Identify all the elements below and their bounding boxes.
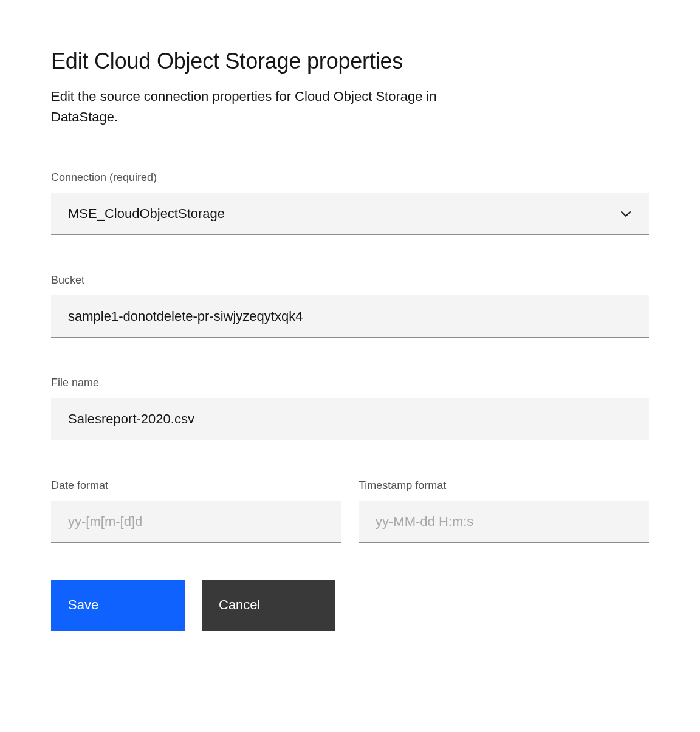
bucket-label: Bucket — [51, 274, 649, 287]
chevron-down-icon — [620, 208, 632, 220]
dateformat-field-wrapper: Date format — [51, 479, 341, 543]
connection-label: Connection (required) — [51, 171, 649, 184]
page-subtitle: Edit the source connection properties fo… — [51, 86, 489, 128]
connection-select[interactable]: MSE_CloudObjectStorage — [51, 193, 649, 235]
filename-field-wrapper: File name — [51, 377, 649, 440]
page-title: Edit Cloud Object Storage properties — [51, 49, 649, 74]
bucket-field-wrapper: Bucket — [51, 274, 649, 338]
dateformat-label: Date format — [51, 479, 341, 492]
timestampformat-field-wrapper: Timestamp format — [359, 479, 649, 543]
button-row: Save Cancel — [51, 580, 649, 631]
dateformat-input[interactable] — [51, 501, 341, 543]
connection-value: MSE_CloudObjectStorage — [68, 206, 225, 222]
filename-input[interactable] — [51, 398, 649, 440]
cancel-button[interactable]: Cancel — [202, 580, 335, 631]
save-button[interactable]: Save — [51, 580, 185, 631]
bucket-input[interactable] — [51, 295, 649, 338]
filename-label: File name — [51, 377, 649, 389]
connection-field-wrapper: Connection (required) MSE_CloudObjectSto… — [51, 171, 649, 235]
timestampformat-input[interactable] — [359, 501, 649, 543]
timestampformat-label: Timestamp format — [359, 479, 649, 492]
